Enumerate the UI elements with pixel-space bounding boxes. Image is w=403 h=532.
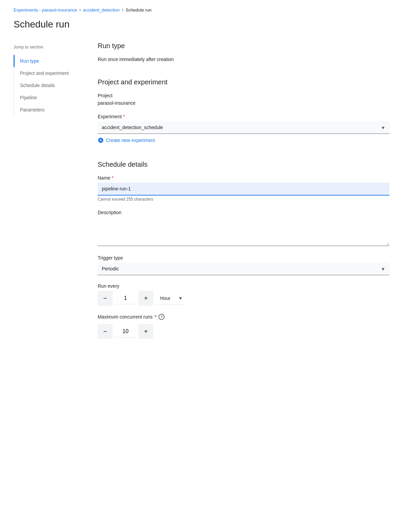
- experiment-required: *: [123, 114, 125, 119]
- project-experiment-title: Project and experiment: [98, 78, 389, 86]
- breadcrumb-current: Schedule run: [126, 7, 152, 13]
- max-runs-label-row: Maximum concurrent runs * ?: [98, 314, 389, 320]
- trigger-type-select[interactable]: Periodic Cron: [98, 263, 389, 275]
- name-input[interactable]: [98, 183, 389, 196]
- run-every-unit-select[interactable]: Minute Hour Day Week: [156, 292, 186, 305]
- max-runs-required: *: [155, 314, 156, 320]
- run-type-value: Run once immediately after creation: [98, 57, 389, 62]
- sidebar-item-project-experiment[interactable]: Project and experiment: [14, 67, 81, 79]
- name-label: Name*: [98, 175, 389, 181]
- max-runs-decrement-button[interactable]: −: [98, 324, 113, 339]
- max-runs-value[interactable]: [115, 326, 136, 337]
- sidebar-item-parameters[interactable]: Parameters: [14, 104, 81, 116]
- experiment-label: Experiment*: [98, 114, 389, 119]
- sidebar: Jump to section Run type Project and exp…: [14, 42, 81, 355]
- create-new-experiment-label: Create new experiment: [106, 138, 155, 143]
- section-schedule-details: Schedule details Name* Cannot exceed 255…: [98, 161, 389, 339]
- plus-circle-icon: [98, 137, 104, 143]
- run-every-row: − + Minute Hour Day Week ▼: [98, 291, 389, 306]
- trigger-type-field-group: Trigger type Periodic Cron ▼: [98, 255, 389, 275]
- project-value: parasol-insurance: [98, 100, 389, 106]
- page-title: Schedule run: [14, 19, 389, 30]
- name-hint: Cannot exceed 255 characters: [98, 197, 389, 202]
- breadcrumb-experiments[interactable]: Experiments - parasol-insurance: [14, 7, 77, 13]
- breadcrumb: Experiments - parasol-insurance › accide…: [14, 7, 389, 13]
- experiment-select-wrapper: accident_detection_schedule accident_det…: [98, 121, 389, 134]
- max-runs-help-icon[interactable]: ?: [158, 314, 165, 320]
- run-every-unit-wrapper: Minute Hour Day Week ▼: [156, 292, 186, 305]
- description-label: Description: [98, 210, 389, 215]
- project-label: Project: [98, 93, 389, 98]
- trigger-type-label: Trigger type: [98, 255, 389, 261]
- max-runs-field-group: Maximum concurrent runs * ? − +: [98, 314, 389, 339]
- description-textarea[interactable]: [98, 217, 389, 246]
- create-new-experiment-link[interactable]: Create new experiment: [98, 137, 155, 143]
- sidebar-jump-label: Jump to section: [14, 45, 81, 49]
- project-field-group: Project parasol-insurance: [98, 93, 389, 106]
- run-every-value[interactable]: [115, 292, 136, 304]
- max-runs-increment-button[interactable]: +: [138, 324, 153, 339]
- sidebar-item-pipeline[interactable]: Pipeline: [14, 91, 81, 104]
- name-required: *: [112, 175, 113, 181]
- section-project-experiment: Project and experiment Project parasol-i…: [98, 78, 389, 144]
- run-every-label: Run every: [98, 283, 389, 289]
- description-field-group: Description: [98, 210, 389, 247]
- trigger-type-select-wrapper: Periodic Cron ▼: [98, 263, 389, 275]
- run-every-increment-button[interactable]: +: [138, 291, 153, 306]
- sidebar-item-run-type[interactable]: Run type: [14, 55, 81, 67]
- sidebar-item-schedule-details[interactable]: Schedule details: [14, 79, 81, 91]
- run-every-field-group: Run every − + Minute Hour Day Week: [98, 283, 389, 306]
- schedule-details-title: Schedule details: [98, 161, 389, 168]
- run-every-decrement-button[interactable]: −: [98, 291, 113, 306]
- breadcrumb-separator-1: ›: [79, 7, 81, 13]
- run-type-title: Run type: [98, 42, 389, 50]
- experiment-select[interactable]: accident_detection_schedule accident_det…: [98, 121, 389, 134]
- breadcrumb-experiment-name[interactable]: accident_detection: [83, 7, 119, 13]
- breadcrumb-separator-2: ›: [122, 7, 123, 13]
- max-runs-label-text: Maximum concurrent runs: [98, 314, 153, 320]
- main-content: Run type Run once immediately after crea…: [81, 42, 389, 355]
- experiment-field-group: Experiment* accident_detection_schedule …: [98, 114, 389, 144]
- name-field-group: Name* Cannot exceed 255 characters: [98, 175, 389, 202]
- sidebar-nav: Run type Project and experiment Schedule…: [14, 55, 81, 116]
- section-run-type: Run type Run once immediately after crea…: [98, 42, 389, 62]
- max-runs-row: − +: [98, 324, 389, 339]
